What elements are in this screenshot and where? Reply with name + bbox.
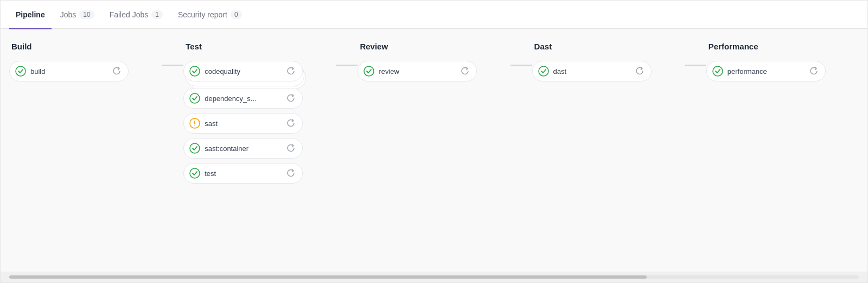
job-sast-container[interactable]: sast:container xyxy=(183,138,303,159)
job-dast-left: dast xyxy=(538,66,567,77)
stages-container: Build build xyxy=(9,42,859,184)
scrollbar-thumb[interactable] xyxy=(9,275,647,279)
job-review-name: review xyxy=(379,67,399,76)
tab-failed-jobs-label: Failed Jobs xyxy=(110,10,149,19)
job-test-name: test xyxy=(205,169,216,178)
job-performance[interactable]: performance xyxy=(706,61,826,81)
job-review[interactable]: review xyxy=(358,61,477,81)
job-sast[interactable]: sast xyxy=(183,113,303,134)
tab-security-report[interactable]: Security report 0 xyxy=(171,1,248,29)
tab-security-report-badge: 0 xyxy=(231,10,242,19)
connector-test-review xyxy=(336,42,358,66)
connector-line xyxy=(510,65,532,66)
job-build[interactable]: build xyxy=(9,61,129,81)
retry-icon[interactable] xyxy=(635,66,644,76)
svg-point-10 xyxy=(713,66,723,76)
warning-icon xyxy=(189,118,200,129)
svg-point-1 xyxy=(190,66,200,76)
job-build-left: build xyxy=(15,66,45,77)
job-sast-container-name: sast:container xyxy=(205,144,248,153)
stage-review-title: Review xyxy=(358,42,388,51)
job-group-codequality: codequality xyxy=(183,61,303,81)
svg-point-8 xyxy=(364,66,374,76)
job-performance-left: performance xyxy=(712,66,767,77)
stage-review: Review review xyxy=(358,42,510,81)
retry-icon[interactable] xyxy=(286,168,296,178)
job-test[interactable]: test xyxy=(183,163,303,184)
job-dast[interactable]: dast xyxy=(532,61,652,81)
scrollbar-track[interactable] xyxy=(9,275,859,279)
connector-review-dast xyxy=(510,42,532,66)
job-codequality-left: codequality xyxy=(189,66,240,77)
stage-test-jobs: codequality xyxy=(183,61,336,184)
retry-icon[interactable] xyxy=(286,66,296,76)
svg-point-0 xyxy=(16,66,25,76)
svg-point-9 xyxy=(539,66,548,76)
job-dependency-left: dependency_s... xyxy=(189,93,256,104)
tab-failed-jobs[interactable]: Failed Jobs 1 xyxy=(103,1,169,29)
tab-failed-jobs-badge: 1 xyxy=(151,10,163,19)
stage-performance-jobs: performance xyxy=(706,61,859,81)
tab-bar: Pipeline Jobs 10 Failed Jobs 1 Security … xyxy=(1,1,867,29)
svg-point-5 xyxy=(194,125,195,126)
connector-build-test xyxy=(162,42,183,66)
job-dependency-name: dependency_s... xyxy=(205,95,256,103)
success-icon xyxy=(15,66,26,77)
stage-build: Build build xyxy=(9,42,162,81)
scrollbar-area[interactable] xyxy=(1,272,867,282)
retry-icon[interactable] xyxy=(809,66,819,76)
success-icon xyxy=(189,143,200,154)
job-review-left: review xyxy=(363,66,399,77)
tab-pipeline-label: Pipeline xyxy=(16,10,45,19)
svg-point-2 xyxy=(190,93,200,103)
tab-security-report-label: Security report xyxy=(178,10,227,19)
svg-point-6 xyxy=(190,143,200,153)
success-icon xyxy=(538,66,549,77)
pipeline-content: Build build xyxy=(1,29,867,272)
tab-jobs-badge: 10 xyxy=(79,10,94,19)
stage-review-jobs: review xyxy=(358,61,510,81)
stage-dast-title: Dast xyxy=(532,42,552,51)
job-sast-left: sast xyxy=(189,118,218,129)
connector-dast-performance xyxy=(685,42,706,66)
stage-test-title: Test xyxy=(183,42,202,51)
retry-icon[interactable] xyxy=(286,93,296,103)
connector-line xyxy=(162,65,183,66)
retry-icon[interactable] xyxy=(112,66,122,76)
job-build-name: build xyxy=(30,67,45,76)
success-icon xyxy=(189,168,200,179)
job-dependency[interactable]: dependency_s... xyxy=(183,88,303,109)
tab-jobs[interactable]: Jobs 10 xyxy=(54,1,101,29)
stage-build-title: Build xyxy=(9,42,32,51)
connector-line xyxy=(336,65,358,66)
job-codequality-name: codequality xyxy=(205,67,240,76)
job-performance-name: performance xyxy=(727,67,767,76)
job-dast-name: dast xyxy=(553,67,567,76)
job-sast-name: sast xyxy=(205,120,218,128)
job-test-left: test xyxy=(189,168,216,179)
stage-dast-jobs: dast xyxy=(532,61,685,81)
retry-icon[interactable] xyxy=(286,143,296,153)
job-codequality[interactable]: codequality xyxy=(183,61,303,81)
svg-point-7 xyxy=(190,168,200,178)
page-container: Pipeline Jobs 10 Failed Jobs 1 Security … xyxy=(0,0,868,283)
stage-dast: Dast dast xyxy=(532,42,685,81)
success-icon xyxy=(189,93,200,104)
stage-test: Test codequal xyxy=(183,42,336,184)
stage-build-jobs: build xyxy=(9,61,162,81)
stage-performance: Performance performance xyxy=(706,42,859,81)
success-icon xyxy=(712,66,723,77)
tab-pipeline[interactable]: Pipeline xyxy=(9,1,52,29)
success-icon xyxy=(189,66,200,77)
connector-line xyxy=(685,65,706,66)
retry-icon[interactable] xyxy=(286,118,296,128)
job-sast-container-left: sast:container xyxy=(189,143,248,154)
success-icon xyxy=(363,66,374,77)
tab-jobs-label: Jobs xyxy=(60,10,76,19)
retry-icon[interactable] xyxy=(460,66,470,76)
stage-performance-title: Performance xyxy=(706,42,758,51)
